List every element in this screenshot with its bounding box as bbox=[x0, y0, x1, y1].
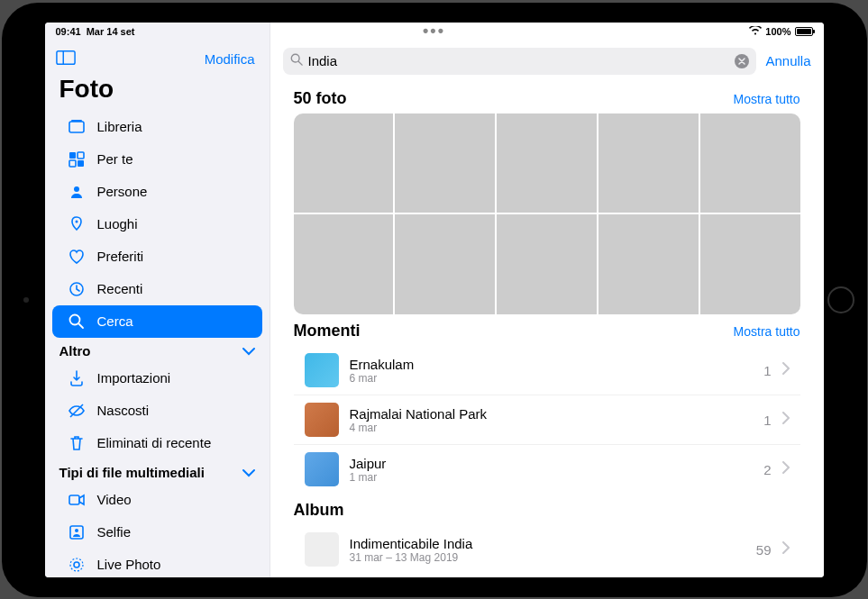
imports-icon bbox=[67, 368, 87, 388]
multitasking-dots[interactable]: ••• bbox=[423, 23, 445, 41]
search-field[interactable] bbox=[283, 48, 757, 75]
chevron-right-icon bbox=[782, 412, 790, 428]
section-other-label: Altro bbox=[59, 343, 91, 358]
battery-percent: 100% bbox=[765, 26, 790, 37]
app-title: Foto bbox=[45, 73, 270, 111]
status-date: Mar 14 set bbox=[87, 26, 135, 37]
album-row[interactable]: Indimenticabile India 31 mar – 13 Mag 20… bbox=[294, 525, 800, 574]
sidebar-item-persone[interactable]: Persone bbox=[52, 176, 262, 208]
search-icon bbox=[67, 312, 87, 331]
moment-title: Jaipur bbox=[350, 456, 754, 471]
trash-icon bbox=[67, 433, 87, 453]
moment-count: 1 bbox=[763, 363, 771, 378]
edit-button[interactable]: Modifica bbox=[205, 51, 255, 67]
moment-thumbnail bbox=[305, 452, 339, 486]
photo-thumbnail[interactable] bbox=[497, 214, 597, 314]
moment-date: 4 mar bbox=[350, 422, 754, 434]
svg-rect-4 bbox=[69, 152, 76, 159]
sidebar-item-label: Video bbox=[97, 492, 132, 507]
photo-grid bbox=[294, 113, 800, 315]
show-all-moments[interactable]: Mostra tutto bbox=[734, 324, 800, 339]
sidebar-item-libreria[interactable]: Libreria bbox=[52, 111, 262, 143]
svg-rect-14 bbox=[69, 495, 79, 504]
favorites-icon bbox=[67, 247, 87, 267]
sidebar-item-eliminati-di-recente[interactable]: Eliminati di recente bbox=[52, 427, 262, 459]
chevron-down-icon bbox=[242, 465, 255, 480]
video-icon bbox=[67, 490, 87, 510]
moment-count: 1 bbox=[763, 413, 771, 428]
sidebar-item-label: Importazioni bbox=[97, 370, 171, 386]
photo-thumbnail[interactable] bbox=[395, 214, 495, 314]
status-time: 09:41 bbox=[56, 26, 81, 37]
sidebar-item-live-photo[interactable]: Live Photo bbox=[52, 549, 262, 577]
show-all-photos[interactable]: Mostra tutto bbox=[734, 92, 800, 106]
sidebar-item-label: Per te bbox=[97, 151, 133, 167]
selfie-icon bbox=[67, 522, 87, 542]
sidebar-item-label: Selfie bbox=[97, 524, 132, 540]
album-title: Indimenticabile India bbox=[350, 536, 745, 551]
chevron-right-icon bbox=[782, 362, 790, 378]
svg-point-16 bbox=[75, 529, 78, 532]
photos-count-title: 50 foto bbox=[294, 89, 347, 108]
moments-list: Ernakulam 6 mar 1 Rajmalai National Park… bbox=[294, 346, 800, 494]
moments-title: Momenti bbox=[294, 322, 361, 340]
sidebar-item-label: Nascosti bbox=[97, 403, 150, 418]
svg-rect-5 bbox=[78, 152, 84, 159]
albums-list: Indimenticabile India 31 mar – 13 Mag 20… bbox=[294, 525, 800, 574]
photo-thumbnail[interactable] bbox=[294, 214, 394, 314]
sidebar-item-per-te[interactable]: Per te bbox=[52, 143, 262, 176]
battery-icon bbox=[795, 27, 813, 36]
sidebar: Modifica Foto Libreria Per te Persone Lu… bbox=[45, 23, 270, 577]
svg-point-11 bbox=[69, 314, 79, 324]
search-input[interactable] bbox=[308, 53, 730, 68]
sidebar-item-selfie[interactable]: Selfie bbox=[52, 516, 262, 549]
library-icon bbox=[67, 117, 87, 137]
search-icon bbox=[290, 53, 303, 69]
places-icon bbox=[67, 214, 87, 234]
chevron-down-icon bbox=[242, 343, 255, 358]
photo-thumbnail[interactable] bbox=[598, 214, 699, 314]
sidebar-toggle-icon[interactable] bbox=[56, 50, 76, 69]
cancel-search-button[interactable]: Annulla bbox=[765, 53, 810, 68]
photo-thumbnail[interactable] bbox=[395, 113, 495, 213]
svg-line-12 bbox=[78, 323, 83, 328]
photo-thumbnail[interactable] bbox=[497, 113, 597, 213]
photo-thumbnail[interactable] bbox=[294, 113, 394, 213]
sidebar-item-label: Recenti bbox=[97, 281, 143, 296]
clear-search-icon[interactable] bbox=[735, 54, 749, 68]
photo-thumbnail[interactable] bbox=[598, 113, 699, 213]
photo-thumbnail[interactable] bbox=[700, 113, 800, 213]
status-bar: 09:41 Mar 14 set ••• 100% bbox=[45, 23, 824, 41]
moment-date: 6 mar bbox=[350, 372, 754, 385]
sidebar-item-cerca[interactable]: Cerca bbox=[52, 305, 262, 338]
moment-thumbnail bbox=[305, 403, 339, 437]
photo-thumbnail[interactable] bbox=[700, 214, 800, 314]
livephoto-icon bbox=[67, 555, 87, 575]
recents-icon bbox=[67, 279, 87, 299]
screen: 09:41 Mar 14 set ••• 100% Modifica Foto bbox=[45, 23, 824, 577]
album-thumbnail bbox=[305, 532, 339, 567]
section-other[interactable]: Altro bbox=[45, 338, 270, 362]
sidebar-item-label: Luoghi bbox=[97, 216, 138, 231]
sidebar-item-video[interactable]: Video bbox=[52, 484, 262, 516]
ipad-frame: 09:41 Mar 14 set ••• 100% Modifica Foto bbox=[2, 3, 867, 597]
svg-point-18 bbox=[70, 558, 83, 571]
albums-title: Album bbox=[294, 501, 344, 520]
moment-row[interactable]: Jaipur 1 mar 2 bbox=[294, 445, 800, 494]
moment-row[interactable]: Rajmalai National Park 4 mar 1 bbox=[294, 395, 800, 445]
moment-row[interactable]: Ernakulam 6 mar 1 bbox=[294, 346, 800, 395]
section-media[interactable]: Tipi di file multimediali bbox=[45, 459, 270, 484]
svg-line-22 bbox=[298, 61, 302, 65]
sidebar-item-preferiti[interactable]: Preferiti bbox=[52, 241, 262, 273]
sidebar-item-importazioni[interactable]: Importazioni bbox=[52, 362, 262, 395]
svg-point-17 bbox=[74, 562, 79, 567]
sidebar-item-luoghi[interactable]: Luoghi bbox=[52, 208, 262, 241]
chevron-right-icon bbox=[782, 541, 790, 558]
sidebar-item-recenti[interactable]: Recenti bbox=[52, 273, 262, 305]
moment-count: 2 bbox=[763, 462, 771, 477]
sidebar-item-nascosti[interactable]: Nascosti bbox=[52, 395, 262, 427]
sidebar-item-label: Persone bbox=[97, 184, 148, 199]
home-button[interactable] bbox=[827, 286, 854, 313]
sidebar-item-label: Cerca bbox=[97, 313, 133, 329]
svg-rect-3 bbox=[71, 120, 82, 122]
